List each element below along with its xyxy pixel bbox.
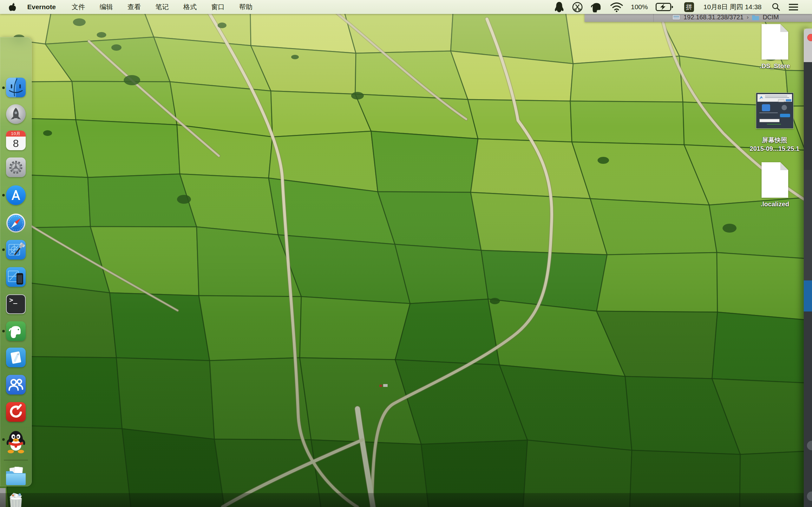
penguin-icon	[5, 429, 27, 453]
calendar-day-label: 8	[6, 136, 26, 150]
dock-trash-icon[interactable]	[6, 492, 26, 507]
apple-logo-icon	[9, 3, 16, 11]
terminal-prompt-icon: >_	[6, 294, 26, 314]
input-method-badge[interactable]: 拼	[684, 2, 694, 12]
window-button-partial[interactable]	[807, 441, 812, 450]
blank-document-icon	[761, 162, 789, 198]
window-button-partial[interactable]	[807, 492, 812, 501]
phone-blueprint-icon	[6, 267, 26, 287]
menu-edit[interactable]: 编辑	[100, 3, 113, 11]
app-store-a-icon	[6, 185, 26, 205]
calendar-page-icon: 10月 8	[6, 130, 26, 150]
menu-format[interactable]: 格式	[183, 3, 197, 11]
hammer-blueprint-icon	[6, 240, 26, 260]
desktop-icon-ds-store[interactable]: .DS_Store	[751, 24, 799, 70]
qq-status-icon[interactable]	[554, 1, 564, 13]
menu-help[interactable]: 帮助	[239, 3, 252, 11]
menu-window[interactable]: 窗口	[211, 3, 224, 11]
toolbar-divider	[653, 13, 654, 22]
desktop-icon-label: .DS_Store	[760, 62, 790, 70]
dock-skitch-notes-icon[interactable]	[6, 348, 26, 367]
desktop-icon-localized[interactable]: .localized	[751, 162, 799, 209]
running-indicator	[2, 438, 5, 441]
note-pencil-icon	[6, 348, 26, 367]
screenshot-tool-icon[interactable]	[572, 2, 583, 13]
running-indicator	[2, 87, 5, 89]
clock-label[interactable]: 10月8日 周四 14:38	[704, 3, 762, 11]
blank-document-icon	[761, 24, 789, 60]
desktop-icon-screenshot[interactable]: 屏幕快照 2015-09...15.25.1	[748, 93, 802, 153]
battery-charging-icon[interactable]	[656, 3, 673, 11]
gear-icon	[6, 158, 26, 177]
running-indicator	[2, 330, 5, 332]
breadcrumb-folder[interactable]: DCIM	[763, 14, 779, 21]
dock-separator	[4, 460, 28, 460]
desktop-wallpaper	[0, 0, 812, 507]
bottom-window-edge	[0, 493, 812, 507]
dock-downloads-folder-icon[interactable]	[5, 467, 27, 486]
menu-file[interactable]: 文件	[72, 3, 85, 11]
desktop-icon-label-line2: 2015-09...15.25.1	[750, 145, 800, 153]
dock-finder-icon[interactable]	[6, 78, 26, 97]
offscreen-window	[804, 29, 812, 507]
breadcrumb-server[interactable]: 192.168.31.238/3721	[683, 14, 744, 21]
notification-center-icon[interactable]	[788, 3, 799, 11]
menu-bar-status: 100% 拼 10月8日 周四 14:38	[554, 1, 812, 13]
rocket-icon	[6, 104, 26, 124]
running-indicator	[2, 194, 5, 196]
elephant-icon	[6, 321, 26, 341]
trash-full-icon	[6, 492, 26, 507]
window-titlebar[interactable]	[804, 29, 812, 62]
evernote-status-icon[interactable]	[591, 2, 602, 12]
finder-face-icon	[6, 78, 26, 97]
battery-percent-label: 100%	[631, 3, 648, 11]
desktop-icon-label: .localized	[761, 200, 789, 209]
wifi-icon[interactable]	[610, 2, 623, 12]
dock-terminal-icon[interactable]: >_	[6, 294, 26, 314]
menu-note[interactable]: 笔记	[155, 3, 169, 11]
active-app-name[interactable]: Evernote	[27, 3, 56, 11]
apple-menu[interactable]	[9, 3, 16, 11]
window-content	[804, 62, 812, 507]
spotlight-search-icon[interactable]	[771, 2, 780, 12]
finder-path-bar[interactable]: 192.168.31.238/3721 › DCIM	[585, 13, 812, 22]
people-icon	[6, 375, 26, 395]
screenshot-thumbnail	[756, 93, 793, 128]
dock-app-store-icon[interactable]	[6, 185, 26, 205]
breadcrumb[interactable]: 192.168.31.238/3721 › DCIM	[672, 13, 779, 22]
music-note-icon	[6, 402, 26, 422]
dock-calendar-icon[interactable]: 10月 8	[6, 130, 26, 150]
folder-icon	[752, 14, 759, 20]
desktop-icon-label-line1: 屏幕快照	[762, 136, 787, 145]
close-button[interactable]	[807, 34, 812, 41]
selected-item[interactable]	[804, 280, 812, 312]
dock-qq-icon[interactable]	[5, 429, 27, 453]
breadcrumb-chevron: ›	[747, 14, 749, 20]
menu-view[interactable]: 查看	[128, 3, 141, 11]
dock-safari-icon[interactable]	[6, 213, 26, 233]
dock-xcode-icon[interactable]	[6, 240, 26, 260]
menu-bar-left: Evernote 文件 编辑 查看 笔记 格式 窗口 帮助	[0, 3, 267, 11]
compass-icon	[6, 213, 26, 233]
folder-documents-icon	[5, 467, 27, 486]
running-indicator	[2, 248, 5, 251]
dock-simulator-icon[interactable]	[6, 267, 26, 287]
menu-bar: Evernote 文件 编辑 查看 笔记 格式 窗口 帮助 10	[0, 0, 812, 14]
server-disk-icon	[672, 14, 680, 20]
dock-evernote-icon[interactable]	[6, 321, 26, 341]
dock-qq-social-icon[interactable]	[6, 375, 26, 395]
window-section	[804, 170, 812, 281]
terminal-glyph: >_	[9, 296, 17, 304]
dock-netease-music-icon[interactable]	[6, 402, 26, 422]
dock: 10月 8	[0, 37, 32, 487]
calendar-month-label: 10月	[6, 130, 26, 136]
dock-system-preferences-icon[interactable]	[6, 158, 26, 177]
dock-launchpad-icon[interactable]	[6, 104, 26, 124]
